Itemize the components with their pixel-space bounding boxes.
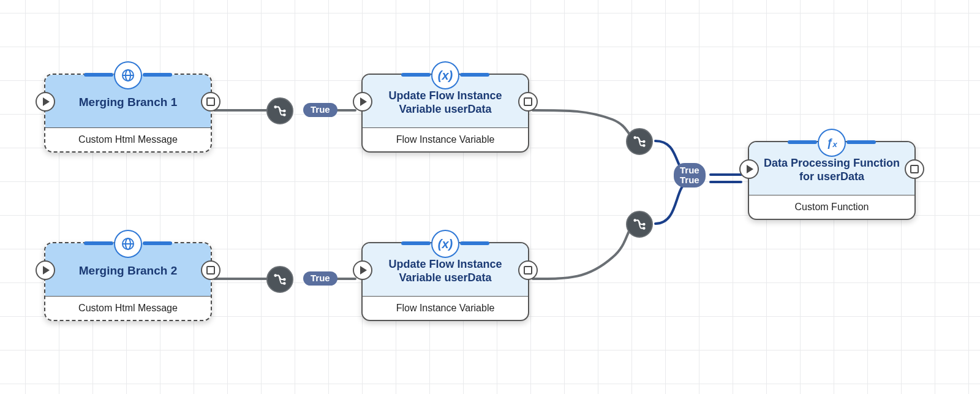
flow-canvas[interactable]: Merging Branch 1 Custom Html Message Mer… [0,0,980,394]
node-subtitle: Custom Html Message [45,127,211,151]
play-triangle-icon [360,266,367,275]
input-port[interactable] [36,260,55,280]
play-triangle-icon [747,165,753,173]
edge-label-true: True [680,165,699,175]
svg-point-19 [643,141,645,143]
output-port[interactable] [905,159,924,179]
svg-point-20 [643,145,645,146]
input-port[interactable] [739,159,759,179]
output-port[interactable] [518,92,538,112]
input-port[interactable] [353,92,372,112]
play-triangle-icon [43,266,50,275]
edge-label-true-stack: True True [674,163,706,188]
branch-router-icon[interactable] [626,128,653,155]
square-stop-icon [206,266,215,275]
node-subtitle: Flow Instance Variable [363,296,528,320]
branch-router-icon[interactable] [626,211,653,238]
branch-router-icon[interactable] [266,266,293,293]
output-port[interactable] [201,260,221,280]
output-port[interactable] [201,92,221,112]
node-data-processing-function[interactable]: ƒx Data Processing Function for userData… [748,141,916,220]
variable-x-icon: (x) [431,61,459,89]
input-port[interactable] [353,260,372,280]
edge-label-true: True [680,175,699,185]
svg-point-21 [634,219,636,221]
svg-point-18 [634,137,636,138]
edge-label-true: True [303,271,337,286]
svg-point-16 [284,279,285,281]
globe-icon [114,230,142,258]
output-port[interactable] [518,260,538,280]
node-update-variable-1[interactable]: (x) Update Flow Instance Variable userDa… [361,74,529,153]
svg-point-13 [284,110,285,112]
fx-function-icon: ƒx [818,129,846,157]
svg-point-17 [284,282,285,284]
svg-point-15 [274,275,276,276]
play-triangle-icon [43,97,50,106]
node-merging-branch-2[interactable]: Merging Branch 2 Custom Html Message [44,242,212,321]
square-stop-icon [524,97,532,106]
square-stop-icon [910,165,919,173]
node-update-variable-2[interactable]: (x) Update Flow Instance Variable userDa… [361,242,529,321]
node-subtitle: Custom Function [749,195,914,219]
node-subtitle: Custom Html Message [45,296,211,320]
node-merging-branch-1[interactable]: Merging Branch 1 Custom Html Message [44,74,212,153]
play-triangle-icon [360,97,367,106]
edge-label-true: True [303,103,337,117]
square-stop-icon [206,97,215,106]
input-port[interactable] [36,92,55,112]
square-stop-icon [524,266,532,275]
svg-point-12 [274,106,276,108]
svg-point-23 [643,227,645,229]
node-subtitle: Flow Instance Variable [363,127,528,151]
globe-icon [114,61,142,89]
svg-point-14 [284,114,285,116]
variable-x-icon: (x) [431,230,459,258]
svg-point-22 [643,224,645,225]
branch-router-icon[interactable] [266,97,293,124]
